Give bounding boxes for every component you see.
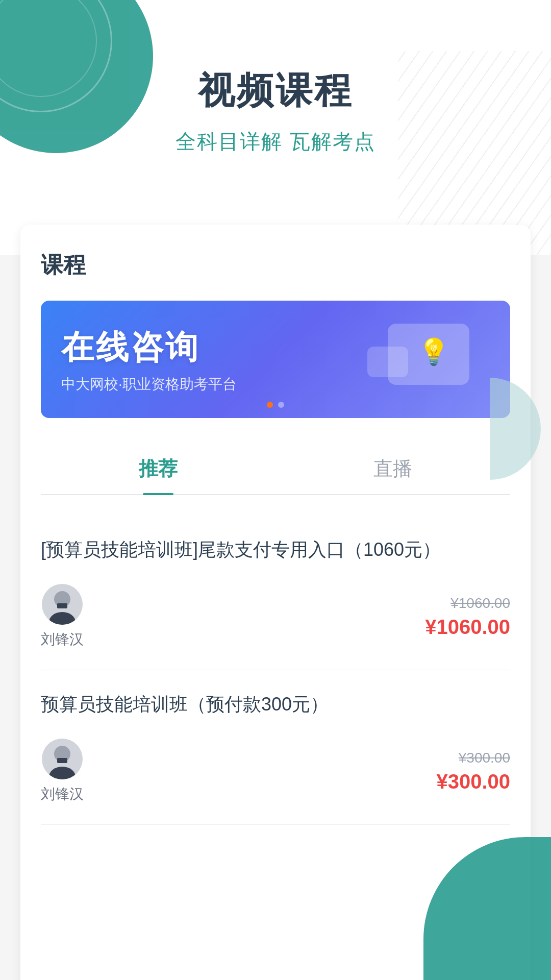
original-price: ¥300.00 (459, 750, 510, 766)
teacher-info: 刘锋汉 (41, 584, 84, 649)
avatar-svg (42, 739, 83, 779)
current-price: ¥300.00 (436, 770, 510, 793)
course-title: [预算员技能培训班]尾款支付专用入口（1060元） (41, 536, 510, 564)
course-item[interactable]: 预算员技能培训班（预付款300元） 刘锋汉 ¥300.00 (41, 670, 510, 825)
teal-arc-decoration (490, 378, 541, 480)
hero-section: 视频课程 全科目详解 瓦解考点 (0, 0, 551, 255)
page-title: 视频课程 (0, 66, 551, 115)
hero-text-block: 视频课程 全科目详解 瓦解考点 (0, 66, 551, 156)
svg-rect-3 (57, 603, 67, 608)
course-title: 预算员技能培训班（预付款300元） (41, 691, 510, 718)
dot-1 (267, 402, 273, 408)
current-price: ¥1060.00 (425, 616, 510, 639)
course-item[interactable]: [预算员技能培训班]尾款支付专用入口（1060元） 刘锋汉 ¥1060.00 (41, 516, 510, 670)
price-block: ¥300.00 ¥300.00 (436, 750, 510, 793)
course-tabs: 推荐 直播 (41, 444, 510, 495)
teacher-info: 刘锋汉 (41, 739, 84, 804)
avatar-svg (42, 584, 83, 625)
original-price: ¥1060.00 (450, 595, 510, 611)
course-list: [预算员技能培训班]尾款支付专用入口（1060元） 刘锋汉 ¥1060.00 (41, 516, 510, 825)
course-meta: 刘锋汉 ¥300.00 ¥300.00 (41, 739, 510, 804)
avatar (42, 739, 83, 779)
promo-banner[interactable]: 在线咨询 中大网校·职业资格助考平台 💡 (41, 301, 510, 418)
banner-text: 在线咨询 中大网校·职业资格助考平台 (61, 325, 490, 394)
teacher-name: 刘锋汉 (41, 785, 84, 804)
banner-sub-text: 中大网校·职业资格助考平台 (61, 375, 490, 394)
banner-main-text: 在线咨询 (61, 325, 490, 370)
price-block: ¥1060.00 ¥1060.00 (425, 595, 510, 639)
tab-live[interactable]: 直播 (276, 444, 510, 494)
avatar (42, 584, 83, 625)
tab-recommend[interactable]: 推荐 (41, 444, 276, 494)
page-subtitle: 全科目详解 瓦解考点 (0, 128, 551, 156)
banner-dot-indicator (267, 402, 284, 408)
course-meta: 刘锋汉 ¥1060.00 ¥1060.00 (41, 584, 510, 649)
dot-2 (278, 402, 284, 408)
teacher-name: 刘锋汉 (41, 630, 84, 649)
svg-rect-7 (57, 758, 67, 763)
section-title: 课程 (41, 250, 510, 280)
